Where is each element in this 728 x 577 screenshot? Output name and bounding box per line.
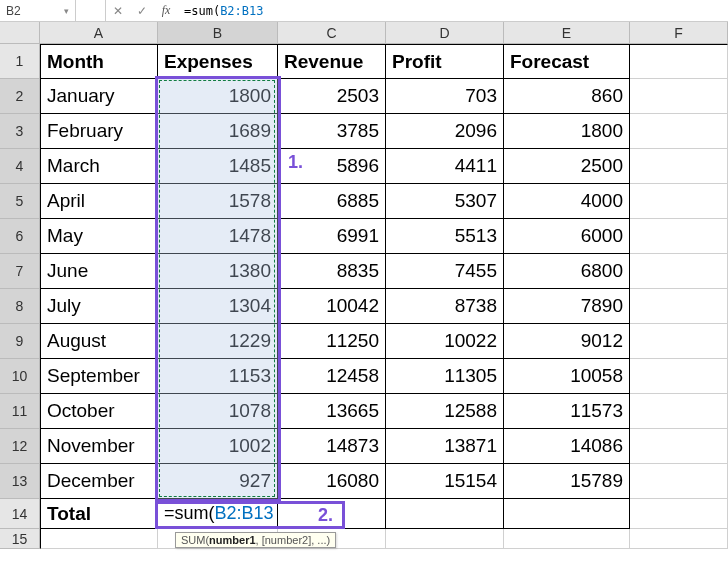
row-header-10[interactable]: 10 [0, 359, 40, 394]
cell-D10[interactable]: 11305 [386, 359, 504, 394]
cell-B14[interactable]: =sum(B2:B13 [158, 499, 278, 529]
col-header-E[interactable]: E [504, 22, 630, 44]
cell-F14[interactable] [630, 499, 728, 529]
cell-F9[interactable] [630, 324, 728, 359]
cell-E11[interactable]: 11573 [504, 394, 630, 429]
cell-E5[interactable]: 4000 [504, 184, 630, 219]
cell-F3[interactable] [630, 114, 728, 149]
cell-B3[interactable]: 1689 [158, 114, 278, 149]
cell-C6[interactable]: 6991 [278, 219, 386, 254]
cell-F1[interactable] [630, 44, 728, 79]
cell-B7[interactable]: 1380 [158, 254, 278, 289]
cell-E13[interactable]: 15789 [504, 464, 630, 499]
cell-E15[interactable] [504, 529, 630, 549]
col-header-D[interactable]: D [386, 22, 504, 44]
cell-F8[interactable] [630, 289, 728, 324]
cell-D8[interactable]: 8738 [386, 289, 504, 324]
cell-D6[interactable]: 5513 [386, 219, 504, 254]
cell-A1[interactable]: Month [40, 44, 158, 79]
cell-A11[interactable]: October [40, 394, 158, 429]
cell-C11[interactable]: 13665 [278, 394, 386, 429]
cell-F7[interactable] [630, 254, 728, 289]
cell-B12[interactable]: 1002 [158, 429, 278, 464]
cell-D13[interactable]: 15154 [386, 464, 504, 499]
cell-B11[interactable]: 1078 [158, 394, 278, 429]
cell-E1[interactable]: Forecast [504, 44, 630, 79]
cell-D5[interactable]: 5307 [386, 184, 504, 219]
cell-B2[interactable]: 1800 [158, 79, 278, 114]
cell-C5[interactable]: 6885 [278, 184, 386, 219]
row-header-6[interactable]: 6 [0, 219, 40, 254]
row-header-3[interactable]: 3 [0, 114, 40, 149]
cell-C1[interactable]: Revenue [278, 44, 386, 79]
row-header-5[interactable]: 5 [0, 184, 40, 219]
cell-F12[interactable] [630, 429, 728, 464]
cell-A4[interactable]: March [40, 149, 158, 184]
cell-D3[interactable]: 2096 [386, 114, 504, 149]
cell-D2[interactable]: 703 [386, 79, 504, 114]
cell-B4[interactable]: 1485 [158, 149, 278, 184]
cell-E2[interactable]: 860 [504, 79, 630, 114]
cell-A3[interactable]: February [40, 114, 158, 149]
cell-A2[interactable]: January [40, 79, 158, 114]
row-header-15[interactable]: 15 [0, 529, 40, 549]
chevron-down-icon[interactable]: ▾ [64, 6, 69, 16]
row-header-12[interactable]: 12 [0, 429, 40, 464]
row-header-2[interactable]: 2 [0, 79, 40, 114]
row-header-11[interactable]: 11 [0, 394, 40, 429]
cell-F4[interactable] [630, 149, 728, 184]
cell-F2[interactable] [630, 79, 728, 114]
cell-B6[interactable]: 1478 [158, 219, 278, 254]
accept-formula-button[interactable]: ✓ [130, 0, 154, 21]
cell-B1[interactable]: Expenses [158, 44, 278, 79]
row-header-1[interactable]: 1 [0, 44, 40, 79]
col-header-B[interactable]: B [158, 22, 278, 44]
cell-E3[interactable]: 1800 [504, 114, 630, 149]
formula-bar-input[interactable]: =sum(B2:B13 [178, 0, 728, 21]
cell-A12[interactable]: November [40, 429, 158, 464]
col-header-C[interactable]: C [278, 22, 386, 44]
row-header-13[interactable]: 13 [0, 464, 40, 499]
cell-D7[interactable]: 7455 [386, 254, 504, 289]
col-header-A[interactable]: A [40, 22, 158, 44]
cell-A7[interactable]: June [40, 254, 158, 289]
cell-A5[interactable]: April [40, 184, 158, 219]
cell-A6[interactable]: May [40, 219, 158, 254]
name-box[interactable]: B2 ▾ [0, 0, 76, 21]
cell-C3[interactable]: 3785 [278, 114, 386, 149]
cell-C10[interactable]: 12458 [278, 359, 386, 394]
cell-B5[interactable]: 1578 [158, 184, 278, 219]
select-all-corner[interactable] [0, 22, 40, 44]
cell-E14[interactable] [504, 499, 630, 529]
cell-F5[interactable] [630, 184, 728, 219]
cell-C2[interactable]: 2503 [278, 79, 386, 114]
col-header-F[interactable]: F [630, 22, 728, 44]
row-header-8[interactable]: 8 [0, 289, 40, 324]
cell-E4[interactable]: 2500 [504, 149, 630, 184]
cell-E10[interactable]: 10058 [504, 359, 630, 394]
cell-D9[interactable]: 10022 [386, 324, 504, 359]
cell-A8[interactable]: July [40, 289, 158, 324]
cell-A14[interactable]: Total [40, 499, 158, 529]
cell-E6[interactable]: 6000 [504, 219, 630, 254]
row-header-4[interactable]: 4 [0, 149, 40, 184]
row-header-14[interactable]: 14 [0, 499, 40, 529]
cell-B13[interactable]: 927 [158, 464, 278, 499]
cell-D14[interactable] [386, 499, 504, 529]
cell-A10[interactable]: September [40, 359, 158, 394]
cell-E8[interactable]: 7890 [504, 289, 630, 324]
row-header-7[interactable]: 7 [0, 254, 40, 289]
cell-B9[interactable]: 1229 [158, 324, 278, 359]
cell-A13[interactable]: December [40, 464, 158, 499]
cell-C13[interactable]: 16080 [278, 464, 386, 499]
cell-C9[interactable]: 11250 [278, 324, 386, 359]
cell-B10[interactable]: 1153 [158, 359, 278, 394]
cell-A15[interactable] [40, 529, 158, 549]
cell-F13[interactable] [630, 464, 728, 499]
insert-function-button[interactable]: fx [154, 0, 178, 21]
cell-F15[interactable] [630, 529, 728, 549]
cell-D12[interactable]: 13871 [386, 429, 504, 464]
cell-D4[interactable]: 4411 [386, 149, 504, 184]
cell-D11[interactable]: 12588 [386, 394, 504, 429]
cell-E9[interactable]: 9012 [504, 324, 630, 359]
